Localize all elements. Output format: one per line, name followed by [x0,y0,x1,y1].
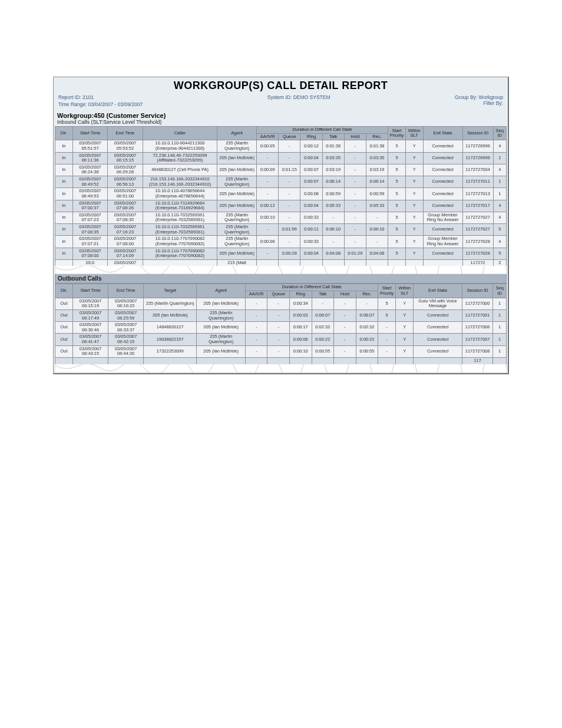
table-cell [108,357,144,364]
table-cell: 1172727006 [462,322,493,334]
table-cell: 0:00:12 [300,140,322,152]
table-cell: In [55,152,73,164]
table-cell: 1172726996 [462,140,493,152]
table-cell: 0:00:22 [312,334,334,345]
col-priority: Start Priority [378,284,396,298]
table-cell: Connected [423,152,462,164]
table-cell: 0:01:56 [279,224,300,236]
table-cell: - [245,309,267,321]
table-cell: 03/05/2007 06:11:36 [72,152,107,164]
table-cell: 10.10.0.110-9044211300 (Enterprise-90442… [143,140,217,152]
table-cell: 0:00:59 [322,188,344,200]
table-cell: - [267,345,290,357]
table-cell: 1172727027 [462,224,493,236]
table-cell: 0:00:22 [356,334,378,345]
table-cell: 5 [378,298,396,309]
table-cell: - [322,212,344,223]
table-cell: 10.10.0.110-7707090082 (Enterprise-77070… [143,248,217,259]
table-cell: - [344,152,366,164]
table-cell: - [257,152,279,164]
table-cell: Y [396,322,414,334]
table-cell: 1172727017 [462,200,493,212]
table-cell: Y [405,188,423,200]
table-cell: 5 [388,152,406,164]
table-cell: 14848830127 [144,322,197,334]
table-cell: - [257,188,279,200]
table-cell: 0:00:12 [257,200,279,212]
table-cell: 1172727028 [462,248,493,259]
table-cell: In [55,236,73,248]
table-cell: 03/05/2007 05:51:57 [72,140,107,152]
table-cell: - [245,345,267,357]
table-cell: Connected [423,164,462,176]
table-cell: 03/05/2007 06:56:13 [108,176,143,188]
table-cell: - [245,322,267,334]
table-cell: - [366,236,388,248]
table-cell: Out [55,322,73,334]
table-cell: - [378,322,396,334]
table-cell: 235 (Martin Quarrington) [197,309,246,321]
table-cell: - [279,140,300,152]
table-cell: - [344,140,366,152]
table-cell: 205 (Ian McBride) [217,200,257,212]
table-cell: 03/05/2007 06:16:23 [108,298,144,309]
table-cell: 4 [493,164,506,176]
table-cell: 0:00:04 [300,248,322,259]
table-cell: 1 [493,188,506,200]
table-cell: 0:00:05 [257,140,279,152]
table-cell: - [257,176,279,188]
table-cell: 0:00:10 [289,345,312,357]
table-cell [197,357,246,364]
table-cell: 235 (Martin Quarrington) [217,140,257,152]
table-cell: 03/05/2007 06:43:15 [73,345,108,357]
table-cell: Connected [423,176,462,188]
table-cell: 03/05/2007 06:15:19 [73,298,108,309]
table-cell [55,259,73,266]
table-cell: 1172727028 [462,236,493,248]
filter-by: Filter By: [455,100,503,106]
table-row: In03/05/2007 05:51:5703/05/2007 05:53:52… [55,140,507,152]
table-cell: - [267,334,290,345]
col-duration-group: Duration in Different Call State [245,284,378,291]
table-cell: In [55,224,73,236]
table-cell: 0:02:32 [312,322,334,334]
table-cell: - [245,334,267,345]
table-cell: 1172727013 [462,188,493,200]
col-rec: Rec. [356,291,378,298]
table-cell: - [267,309,290,321]
table-cell: Out [55,334,73,345]
table-cell: Group Member Ring No Answer [423,212,462,223]
table-cell: 1 [493,309,507,321]
outbound-section-label: Outbound Calls [55,274,507,284]
table-cell: - [356,298,378,309]
table-cell: - [378,334,396,345]
table-cell: 03/05/2007 [108,259,143,266]
table-cell: - [267,322,290,334]
col-rec: Rec. [366,133,388,140]
table-cell: 0:00:28 [279,248,300,259]
table-cell: 03/05/2007 06:25:59 [108,309,144,321]
table-row: In03/05/2007 06:11:3603/05/2007 06:15:15… [55,152,507,164]
table-cell: Y [405,200,423,212]
table-cell: 03/05/2007 07:08:00 [108,236,143,248]
table-cell [312,357,334,364]
table-cell: 03:0 [72,259,107,266]
table-cell: Out [55,345,73,357]
table-cell: 5 [388,212,406,223]
table-cell: - [267,298,290,309]
col-caller: Caller [143,127,217,140]
table-cell: - [334,298,356,309]
col-target: Target [144,284,197,298]
col-dir: Dir. [55,284,73,298]
table-cell [356,357,378,364]
table-cell: 1172727011 [462,176,493,188]
table-cell: - [344,164,366,176]
table-cell: 4848830127 (Cell Phone PA) [143,164,217,176]
col-agent: Agent [217,127,257,140]
col-session: Session ID [462,127,493,140]
col-seq: Seq ID [493,284,507,298]
table-cell: Connected [414,345,462,357]
col-end: End Time [108,284,144,298]
table-cell: 03/05/2007 06:30:46 [73,322,108,334]
table-cell [414,357,462,364]
